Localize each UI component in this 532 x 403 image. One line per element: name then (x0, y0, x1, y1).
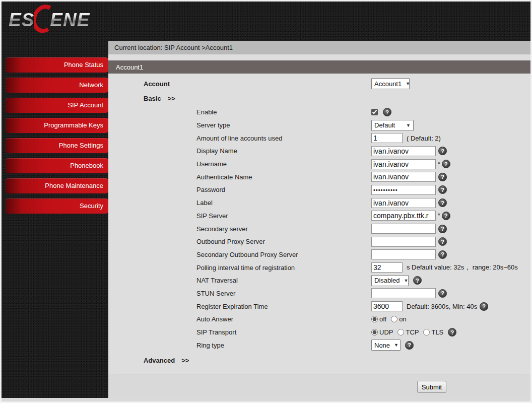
stun-server-input[interactable] (371, 288, 436, 298)
advanced-section-label: Advanced (144, 357, 175, 364)
advanced-expand-arrows[interactable]: >> (181, 357, 189, 364)
help-icon[interactable] (438, 289, 447, 298)
row-server-type: Server type Default ▼ (108, 119, 530, 132)
row-display-name: Display Name (108, 145, 530, 158)
password-input[interactable] (371, 185, 436, 195)
submit-button[interactable]: Submit (417, 381, 446, 393)
help-icon[interactable] (383, 108, 391, 116)
row-username: Username * (108, 158, 530, 171)
row-auth-name: Authenticate Name (108, 170, 530, 183)
polling-interval-label: Polling interval time of registration (196, 264, 295, 272)
ring-type-select[interactable]: None ▼ (371, 340, 401, 351)
username-input[interactable] (371, 159, 436, 169)
polling-interval-input[interactable] (371, 262, 403, 273)
sidebar-item-phone-maintenance[interactable]: Phone Maintenance (6, 178, 108, 193)
row-polling-interval: Polling interval time of registration s … (108, 261, 530, 274)
row-register-expiration: Register Expiration Time Default: 3600s,… (108, 300, 530, 313)
display-name-input[interactable] (371, 146, 436, 156)
sidebar-item-network[interactable]: Network (6, 78, 108, 93)
chevron-down-icon: ▼ (406, 123, 411, 128)
help-icon[interactable] (438, 250, 447, 259)
help-icon[interactable] (438, 198, 447, 207)
help-icon[interactable] (448, 328, 456, 337)
spacer (108, 54, 530, 60)
ring-type-label: Ring type (196, 342, 224, 349)
secondary-outbound-proxy-input[interactable] (371, 249, 436, 259)
nat-traversal-value: Disabled (374, 277, 400, 284)
sip-transport-udp-radio[interactable] (371, 329, 378, 335)
auto-answer-off-radio[interactable] (371, 316, 378, 322)
content-area: Current location: SIP Account >Account1 … (108, 41, 530, 398)
secondary-server-input[interactable] (371, 224, 436, 234)
sidebar-item-phone-status[interactable]: Phone Status (6, 57, 108, 73)
row-basic-header: Basic >> (108, 91, 530, 106)
auth-name-input[interactable] (371, 172, 436, 182)
display-name-label: Display Name (196, 147, 237, 155)
auto-answer-off-label: off (379, 315, 386, 323)
label-input[interactable] (371, 198, 436, 208)
sip-transport-tcp-radio[interactable] (397, 329, 404, 335)
nat-traversal-label: NAT Traversal (196, 277, 238, 284)
label-label: Label (196, 199, 213, 207)
nat-traversal-select[interactable]: Disabled ▼ (371, 275, 409, 286)
bottom-strip (2, 398, 530, 401)
basic-expand-arrows[interactable]: >> (168, 95, 175, 102)
logo-text-es: ES (9, 11, 34, 29)
row-label: Label (108, 196, 530, 210)
server-type-select[interactable]: Default ▼ (371, 120, 414, 131)
enable-checkbox[interactable] (371, 109, 378, 115)
help-icon[interactable] (413, 276, 422, 285)
help-icon[interactable] (438, 173, 447, 181)
register-expiration-input[interactable] (371, 301, 403, 311)
line-accounts-note: ( Default: 2) (407, 135, 441, 142)
help-icon[interactable] (442, 160, 450, 168)
stun-server-label: STUN Server (196, 290, 235, 297)
sip-server-label: SIP Server (196, 212, 228, 220)
row-ring-type: Ring type None ▼ (108, 339, 530, 352)
server-type-label: Server type (196, 121, 230, 129)
sidebar-menu: Phone Status Network SIP Account Program… (6, 57, 108, 219)
sidebar-item-phone-settings[interactable]: Phone Settings (6, 138, 108, 153)
row-password: Password (108, 183, 530, 196)
sidebar-item-security[interactable]: Security (6, 198, 108, 214)
row-stun-server: STUN Server (108, 287, 530, 300)
sip-transport-label: SIP Transport (196, 328, 236, 336)
help-icon[interactable] (480, 302, 488, 311)
row-outbound-proxy: Outbound Proxy Server (108, 235, 530, 248)
help-icon[interactable] (438, 225, 447, 233)
username-label: Username (196, 160, 227, 168)
auth-name-label: Authenticate Name (196, 173, 252, 181)
page-frame: ES ENE Phone Status Network SIP Account … (2, 2, 530, 401)
breadcrumb: Current location: SIP Account >Account1 (108, 41, 530, 54)
help-icon[interactable] (438, 147, 447, 155)
row-sip-transport: SIP Transport UDP TCP TLS (108, 326, 530, 339)
escene-logo: ES ENE (9, 5, 90, 35)
secondary-outbound-proxy-label: Secondary Outbound Proxy Server (196, 251, 298, 258)
sidebar-item-phonebook[interactable]: Phonebook (6, 158, 108, 173)
help-icon[interactable] (438, 237, 447, 246)
chevron-down-icon: ▼ (406, 81, 410, 86)
account-select[interactable]: Account1 ▼ (371, 78, 410, 89)
sidebar-item-programmable-keys[interactable]: Programmable Keys (6, 118, 108, 133)
row-secondary-server: Secondary server (108, 222, 530, 235)
sip-server-input[interactable] (371, 211, 436, 221)
line-accounts-input[interactable] (371, 133, 403, 143)
help-icon[interactable] (405, 341, 414, 350)
password-label: Password (196, 186, 225, 193)
help-icon[interactable] (438, 185, 447, 194)
required-asterisk: * (438, 212, 440, 219)
sip-transport-tls-radio[interactable] (423, 329, 430, 335)
account-form: Account Account1 ▼ Basic >> Enable (108, 74, 530, 374)
secondary-server-label: Secondary server (196, 225, 248, 233)
row-secondary-outbound-proxy: Secondary Outbound Proxy Server (108, 248, 530, 261)
basic-section-label: Basic (144, 95, 161, 102)
outbound-proxy-input[interactable] (371, 237, 436, 247)
register-expiration-label: Register Expiration Time (196, 303, 268, 310)
help-icon[interactable] (442, 212, 450, 220)
sip-transport-udp-label: UDP (379, 328, 393, 336)
sidebar-item-sip-account[interactable]: SIP Account (6, 98, 108, 113)
server-type-value: Default (374, 121, 395, 129)
logo-text-ene: ENE (50, 11, 90, 29)
auto-answer-on-radio[interactable] (391, 316, 397, 322)
section-title-bar: Account1 (108, 60, 530, 74)
